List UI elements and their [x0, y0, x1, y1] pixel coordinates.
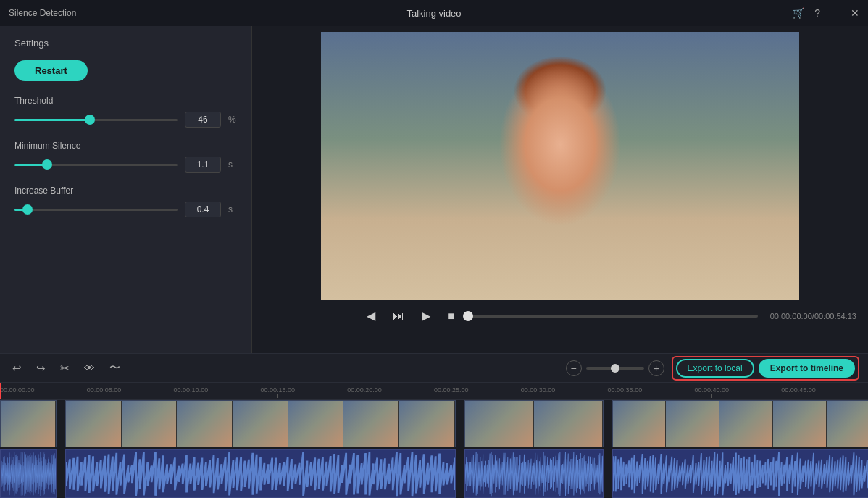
inc-buffer-slider[interactable]: [14, 203, 178, 216]
progress-thumb[interactable]: [463, 311, 473, 321]
time-current: 00:00:00:00: [770, 312, 812, 320]
waveform-path: [1, 452, 56, 495]
video-title: Talking video: [406, 8, 461, 19]
ruler-line: [104, 394, 104, 398]
zoom-controls: − +: [566, 360, 664, 376]
clip-thumbnail: [534, 401, 603, 447]
threshold-value[interactable]: 46: [185, 112, 221, 128]
threshold-label: Threshold: [14, 96, 237, 106]
zoom-out-button[interactable]: −: [566, 360, 582, 376]
visibility-button[interactable]: 👁: [80, 360, 99, 376]
export-timeline-button[interactable]: Export to timeline: [759, 359, 855, 378]
time-total: 00:00:54:13: [814, 312, 856, 320]
threshold-unit: %: [228, 115, 237, 125]
min-silence-slider-row: 1.1 s: [14, 157, 237, 173]
clip-thumbnail: [122, 401, 178, 447]
video-clip[interactable]: [65, 400, 456, 447]
ruler-tick: 00:00:00:00: [0, 386, 35, 398]
ruler-label: 00:00:00:00: [0, 386, 35, 394]
ripple-button[interactable]: 〜: [106, 359, 124, 377]
timeline-clips: [0, 400, 868, 498]
inc-buffer-unit: s: [228, 204, 237, 215]
stop-button[interactable]: ■: [443, 307, 459, 325]
video-clip[interactable]: [0, 400, 57, 447]
inc-buffer-label: Increase Buffer: [14, 186, 237, 196]
time-display: 00:00:00:00/00:00:54:13: [770, 312, 856, 320]
ruler-label: 00:00:20:00: [347, 386, 382, 394]
ruler-line: [451, 394, 451, 398]
min-silence-unit: s: [228, 159, 237, 170]
audio-clip[interactable]: [464, 449, 604, 499]
main-layout: Settings Restart Threshold 46 % Minimum …: [0, 26, 868, 353]
export-buttons-wrapper: Export to local Export to timeline: [672, 356, 859, 381]
video-frame: [321, 32, 799, 300]
cut-button[interactable]: ✂: [57, 360, 73, 377]
min-silence-value[interactable]: 1.1: [185, 157, 221, 173]
threshold-row: Threshold 46 %: [14, 96, 237, 128]
min-silence-track: [14, 164, 178, 166]
video-clip[interactable]: [612, 400, 868, 447]
ruler-tick: 00:00:10:00: [174, 386, 209, 398]
step-forward-button[interactable]: ⏭: [388, 307, 409, 325]
cart-icon[interactable]: 🛒: [792, 7, 804, 19]
export-local-button[interactable]: Export to local: [676, 359, 754, 378]
audio-clip[interactable]: [0, 449, 57, 499]
clip-thumbnail: [233, 401, 288, 447]
inc-buffer-thumb[interactable]: [22, 204, 33, 215]
timeline-toolbar: ↩ ↪ ✂ 👁 〜 − + Export to local Export to …: [0, 354, 868, 383]
inc-buffer-row: Increase Buffer 0.4 s: [14, 186, 237, 217]
play-button[interactable]: ▶: [417, 306, 435, 325]
timeline-ruler: 00:00:00:0000:00:05:0000:00:10:0000:00:1…: [0, 383, 868, 400]
undo-button[interactable]: ↩: [9, 360, 25, 377]
restart-button[interactable]: Restart: [14, 60, 88, 81]
video-panel: ◀ ⏭ ▶ ■ 00:00:00:00/00:00:54:13: [252, 26, 868, 353]
ruler-tick: 00:00:35:00: [608, 386, 643, 398]
min-silence-slider[interactable]: [14, 158, 178, 171]
threshold-slider[interactable]: [14, 113, 178, 126]
close-button[interactable]: ✕: [851, 7, 859, 19]
zoom-bar[interactable]: [586, 367, 644, 370]
audio-clip[interactable]: [65, 449, 456, 499]
ruler-line: [538, 394, 538, 398]
timeline-area: ↩ ↪ ✂ 👁 〜 − + Export to local Export to …: [0, 353, 868, 498]
ruler-line: [798, 394, 798, 398]
step-back-button[interactable]: ◀: [362, 306, 380, 325]
ruler-tick: 00:00:05:00: [87, 386, 122, 398]
inc-buffer-value[interactable]: 0.4: [185, 202, 221, 217]
waveform-svg: [66, 450, 455, 498]
clip-thumbnail: [399, 401, 455, 447]
ruler-label: 00:00:40:00: [694, 386, 729, 394]
ruler-label: 00:00:10:00: [174, 386, 209, 394]
ruler-label: 00:00:35:00: [608, 386, 643, 394]
video-clip[interactable]: [464, 400, 604, 447]
ruler-line: [191, 394, 191, 398]
clip-thumbnail: [465, 401, 534, 447]
ruler-line: [625, 394, 625, 398]
ruler-label: 00:00:05:00: [87, 386, 122, 394]
minimize-button[interactable]: —: [830, 7, 840, 19]
zoom-thumb[interactable]: [611, 364, 619, 373]
video-controls: ◀ ⏭ ▶ ■ 00:00:00:00/00:00:54:13: [252, 300, 868, 331]
waveform-path: [66, 452, 455, 496]
clip-thumbnail: [66, 401, 122, 447]
progress-slider[interactable]: [468, 315, 758, 318]
ruler-inner: 00:00:00:0000:00:05:0000:00:10:0000:00:1…: [0, 383, 868, 399]
ruler-line: [17, 394, 17, 398]
settings-label: Settings: [14, 38, 237, 49]
clip-thumbnail: [343, 401, 399, 447]
waveform-svg: [1, 450, 56, 498]
redo-button[interactable]: ↪: [33, 360, 49, 377]
ruler-line: [277, 394, 278, 398]
threshold-slider-row: 46 %: [14, 112, 237, 128]
zoom-in-button[interactable]: +: [648, 360, 664, 376]
app-name: Silence Detection: [9, 8, 76, 18]
clip-thumbnail: [773, 401, 827, 447]
ruler-tick: 00:00:25:00: [434, 386, 469, 398]
threshold-thumb[interactable]: [85, 115, 95, 125]
clip-thumbnail: [177, 401, 233, 447]
threshold-track: [14, 119, 178, 121]
playhead[interactable]: [0, 383, 1, 399]
min-silence-thumb[interactable]: [42, 159, 52, 170]
help-icon[interactable]: ?: [814, 7, 820, 19]
audio-clip[interactable]: [612, 449, 868, 499]
